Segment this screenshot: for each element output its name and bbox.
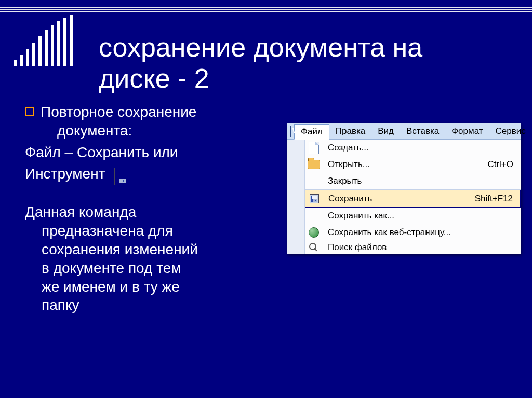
save-icon: [114, 168, 115, 186]
menu-save-as-label: Сохранить как...: [323, 211, 521, 221]
menubar-item-format[interactable]: Формат: [445, 124, 489, 139]
globe-icon: [309, 227, 319, 238]
word-app-icon: [290, 126, 291, 137]
bullet-1-line-2: документа:: [41, 121, 280, 140]
menu-item-save-as[interactable]: Сохранить как...: [305, 208, 521, 224]
paragraph-2-line-2: предназначена для: [25, 222, 280, 240]
file-menu-dropdown: Создать... Открыть... Ctrl+O Закрыть: [287, 140, 521, 254]
menubar-service-label: Сервис: [496, 126, 526, 136]
menu-item-save-as-web[interactable]: Сохранить как веб-страницу...: [305, 224, 521, 241]
menu-item-search-files[interactable]: Поиск файлов: [305, 241, 521, 254]
search-icon: [309, 243, 318, 252]
menubar-format-label: Формат: [451, 126, 483, 136]
decorative-stripes: [0, 7, 532, 12]
menubar-edit-label: Правка: [336, 126, 365, 136]
new-file-icon: [309, 142, 319, 154]
slide-title: сохранение документа на диске - 2: [99, 32, 514, 94]
word-file-menu-screenshot: Файл Правка Вид Вставка Формат Сервис: [287, 123, 521, 254]
menu-open-shortcut: Ctrl+O: [487, 159, 521, 170]
menubar-file-label: Файл: [301, 127, 323, 136]
slide-body: Повторное сохранение документа: Файл – С…: [25, 103, 280, 314]
text-file-save: Файл – Сохранить или: [25, 143, 280, 162]
bullet-1-line-1: Повторное сохранение: [41, 103, 280, 121]
menu-close-label: Закрыть: [323, 176, 521, 186]
save-icon: [310, 194, 319, 203]
menu-item-close[interactable]: Закрыть: [305, 173, 521, 189]
menu-item-open[interactable]: Открыть... Ctrl+O: [305, 156, 521, 173]
menu-save-shortcut: Shift+F12: [475, 194, 520, 204]
menubar-insert-label: Вставка: [406, 126, 439, 136]
text-instrument: Инструмент: [25, 166, 105, 182]
menu-item-create[interactable]: Создать...: [305, 140, 521, 156]
decorative-corner-bars: [14, 15, 75, 66]
menubar-item-service[interactable]: Сервис: [489, 124, 532, 139]
menu-create-label: Создать...: [323, 143, 521, 153]
folder-open-icon: [308, 160, 320, 169]
bullet-marker-icon: [25, 107, 34, 116]
menubar-item-view[interactable]: Вид: [371, 124, 400, 139]
title-line-2: диске - 2: [99, 63, 514, 94]
paragraph-2-line-3: сохранения изменений: [25, 240, 280, 259]
menubar-view-label: Вид: [378, 126, 394, 136]
menu-search-files-label: Поиск файлов: [323, 242, 521, 253]
paragraph-2-line-4: в документе под тем: [25, 259, 280, 278]
menu-save-as-web-label: Сохранить как веб-страницу...: [323, 227, 521, 238]
menu-item-save[interactable]: Сохранить Shift+F12: [305, 190, 521, 208]
title-line-1: сохранение документа на: [99, 32, 514, 63]
menubar: Файл Правка Вид Вставка Формат Сервис: [287, 123, 521, 140]
menu-save-label: Сохранить: [323, 194, 475, 204]
menubar-item-edit[interactable]: Правка: [329, 124, 371, 139]
bullet-item-1: Повторное сохранение документа:: [25, 103, 280, 140]
paragraph-2-line-6: папку: [25, 296, 280, 314]
menu-open-label: Открыть...: [323, 159, 487, 170]
text-instrument-row: Инструмент: [25, 164, 280, 186]
paragraph-2-line-1: Данная команда: [25, 203, 280, 222]
menubar-item-insert[interactable]: Вставка: [400, 124, 445, 139]
paragraph-2-line-5: же именем и в ту же: [25, 278, 280, 296]
